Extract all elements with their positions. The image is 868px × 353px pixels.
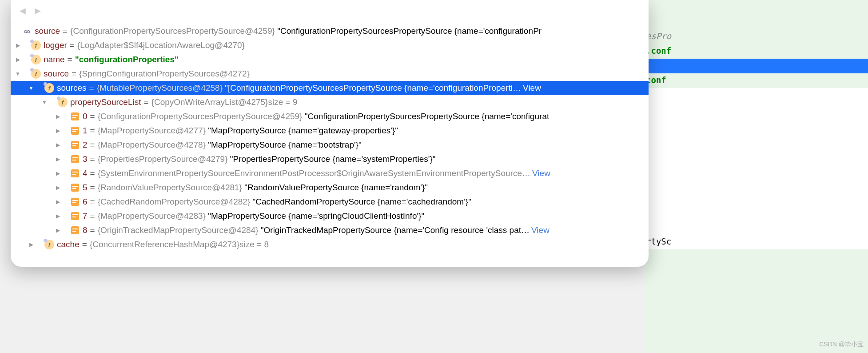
element-icon [71,184,79,192]
tree-row-logger[interactable]: ▶ f logger= {LogAdapter$Slf4jLocationAwa… [11,38,649,52]
tree-row-sources[interactable]: ▼ f sources= {MutablePropertySources@425… [11,81,649,95]
view-link[interactable]: View [532,168,550,178]
collapse-icon[interactable]: ▼ [28,85,35,91]
expand-icon[interactable]: ▶ [54,213,61,219]
tree-row-cache[interactable]: ▶ f cache= {ConcurrentReferenceHashMap@4… [11,237,649,252]
expand-icon[interactable]: ▶ [54,142,61,148]
watch-icon: ∞ [22,26,32,36]
expand-icon[interactable]: ▶ [54,227,61,233]
field-icon: f [31,69,41,79]
element-icon [71,155,79,163]
expand-icon[interactable]: ▶ [14,42,21,48]
element-icon [71,212,79,220]
list-item[interactable]: ▶7={MapPropertySource@4283} "MapProperty… [11,209,649,223]
expand-icon[interactable]: ▶ [28,241,35,248]
back-button[interactable]: ◀ [20,6,26,16]
expand-icon[interactable]: ▶ [54,128,61,134]
element-icon [71,169,79,177]
list-item[interactable]: ▶2={MapPropertySource@4278} "MapProperty… [11,138,649,152]
element-icon [71,112,79,120]
field-icon: f [44,83,54,93]
list-item[interactable]: ▶5={RandomValuePropertySource@4281} "Ran… [11,181,649,195]
variables-tree: ∞ source= {ConfigurationPropertySourcesP… [11,21,649,254]
expand-icon[interactable]: ▶ [54,185,61,191]
tree-row-source-top[interactable]: ∞ source= {ConfigurationPropertySourcesP… [11,24,649,38]
element-icon [71,141,79,149]
forward-button[interactable]: ▶ [35,6,41,16]
tree-row-source[interactable]: ▼ f source= {SpringConfigurationProperty… [11,67,649,81]
field-icon: f [31,55,41,64]
element-icon [71,198,79,206]
editor-background: esPro .conf conf rtySc [646,0,868,353]
element-icon [71,226,79,234]
list-item[interactable]: ▶4={SystemEnvironmentPropertySourceEnvir… [11,166,649,181]
debugger-variables-panel: ◀ ▶ ∞ source= {ConfigurationPropertySour… [11,0,649,267]
tree-row-propertysourcelist[interactable]: ▼ f propertySourceList= {CopyOnWriteArra… [11,95,649,109]
field-icon: f [58,97,68,107]
view-link[interactable]: View [523,83,541,93]
field-icon: f [31,40,41,50]
list-item[interactable]: ▶8={OriginTrackedMapPropertySource@4284}… [11,223,649,237]
expand-icon[interactable]: ▶ [54,113,61,120]
watermark: CSDN @毕小宝 [819,341,864,349]
collapse-icon[interactable]: ▼ [14,71,21,77]
element-icon [71,127,79,135]
field-icon: f [44,240,54,249]
collapse-icon[interactable]: ▼ [41,99,48,105]
expand-icon[interactable]: ▶ [54,170,61,176]
view-link[interactable]: View [531,225,549,235]
list-item[interactable]: ▶3={PropertiesPropertySource@4279} "Prop… [11,152,649,166]
expand-icon[interactable]: ▶ [54,199,61,205]
toolbar: ◀ ▶ [11,0,649,21]
tree-row-name[interactable]: ▶ f name= "configurationProperties" [11,52,649,67]
expand-icon[interactable]: ▶ [54,156,61,162]
list-item[interactable]: ▶0={ConfigurationPropertySourcesProperty… [11,109,649,124]
list-item[interactable]: ▶1={MapPropertySource@4277} "MapProperty… [11,124,649,138]
expand-icon[interactable]: ▶ [14,56,21,63]
list-item[interactable]: ▶6={CachedRandomPropertySource@4282} "Ca… [11,195,649,209]
